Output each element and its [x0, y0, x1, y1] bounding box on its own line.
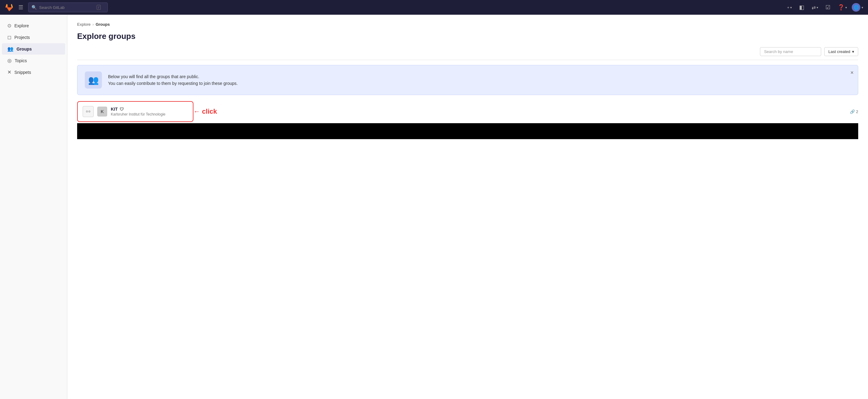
group-members-count: 🔗 2: [850, 109, 858, 114]
group-avatar: K: [97, 107, 107, 116]
sidebar-item-projects[interactable]: ◻ Projects: [2, 32, 65, 43]
toolbar: Last created ▾: [77, 47, 858, 60]
user-avatar-button[interactable]: 🌐 ▾: [852, 3, 863, 12]
group-info: KIT 🛡 Karlsruher Institut für Technologi…: [111, 107, 165, 116]
chevron-down-icon: ▾: [852, 49, 854, 54]
groups-icon: 👥: [7, 46, 13, 52]
group-name: KIT 🛡: [111, 107, 165, 112]
sort-dropdown[interactable]: Last created ▾: [824, 47, 858, 56]
click-annotation: ← click: [193, 108, 217, 116]
sidebar-item-topics[interactable]: ◎ Topics: [2, 55, 65, 66]
breadcrumb: Explore › Groups: [77, 22, 858, 27]
group-description: Karlsruher Institut für Technologie: [111, 112, 165, 116]
sidebar-item-explore[interactable]: ⊙ Explore: [2, 20, 65, 31]
explore-icon: ⊙: [7, 23, 11, 28]
avatar: 🌐: [852, 3, 860, 12]
breadcrumb-current: Groups: [95, 22, 110, 27]
hamburger-icon[interactable]: ☰: [17, 3, 25, 12]
sidebar-item-groups[interactable]: 👥 Groups: [2, 43, 65, 55]
search-shortcut: /: [97, 5, 101, 10]
members-count-value: 2: [856, 109, 858, 114]
merge-requests-button[interactable]: ⇄ ▾: [809, 3, 820, 12]
close-icon[interactable]: ×: [850, 69, 854, 76]
search-by-name-input[interactable]: [760, 47, 821, 56]
chevron-down-icon: ▾: [816, 6, 818, 9]
group-subgroup-icon: ⚙⚙: [83, 106, 94, 117]
sidebar: ⊙ Explore ◻ Projects 👥 Groups ◎ Topics ✕…: [0, 15, 67, 399]
main-content: Explore › Groups Explore groups Last cre…: [67, 15, 868, 399]
snippets-icon: ✕: [7, 69, 11, 75]
sidebar-item-snippets[interactable]: ✕ Snippets: [2, 66, 65, 78]
topnav-actions: + ▾ ◧ ⇄ ▾ ☑ ❓ ▾ 🌐 ▾: [784, 3, 863, 12]
members-icon: 🔗: [850, 109, 855, 114]
banner-text: Below you will find all the groups that …: [108, 73, 238, 87]
banner-line1: Below you will find all the groups that …: [108, 73, 238, 80]
chevron-down-icon: ▾: [845, 6, 847, 9]
banner-icon: 👥: [85, 72, 102, 89]
shield-icon: 🛡: [120, 107, 124, 112]
activity-icon[interactable]: ☑: [823, 3, 833, 12]
breadcrumb-parent[interactable]: Explore: [77, 22, 91, 27]
chevron-down-icon: ▾: [790, 6, 792, 9]
search-icon: 🔍: [32, 5, 37, 10]
projects-icon: ◻: [7, 34, 11, 40]
breadcrumb-separator: ›: [92, 22, 94, 27]
group-list-row: ⚙⚙ K KIT 🛡 Karlsruher Institut für Techn…: [77, 101, 858, 122]
chevron-down-icon: ▾: [862, 6, 863, 9]
help-button[interactable]: ❓ ▾: [835, 3, 849, 12]
issues-icon[interactable]: ◧: [797, 3, 807, 12]
gitlab-logo[interactable]: [5, 3, 13, 12]
topnav: ☰ 🔍 / + ▾ ◧ ⇄ ▾ ☑ ❓ ▾ 🌐 ▾: [0, 0, 868, 15]
black-bar: [77, 123, 858, 139]
sort-label: Last created: [828, 49, 850, 54]
page-title: Explore groups: [77, 32, 858, 41]
new-button[interactable]: + ▾: [784, 4, 794, 11]
info-banner: 👥 Below you will find all the groups tha…: [77, 65, 858, 95]
page-layout: ⊙ Explore ◻ Projects 👥 Groups ◎ Topics ✕…: [0, 15, 868, 399]
topics-icon: ◎: [7, 58, 12, 63]
group-item-kit[interactable]: ⚙⚙ K KIT 🛡 Karlsruher Institut für Techn…: [77, 101, 193, 122]
search-input[interactable]: [39, 5, 94, 10]
global-search-box[interactable]: 🔍 /: [28, 2, 108, 12]
banner-line2: You can easily contribute to them by req…: [108, 80, 238, 87]
